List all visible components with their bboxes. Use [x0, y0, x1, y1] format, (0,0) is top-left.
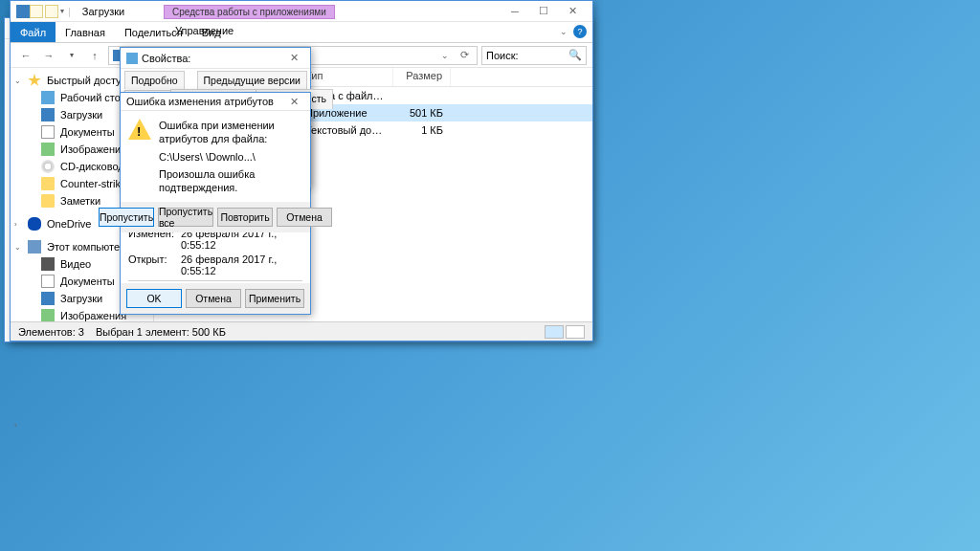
qat-button-2[interactable]	[45, 5, 58, 18]
error-close-button[interactable]: ✕	[283, 93, 304, 110]
onedrive-icon	[28, 217, 41, 231]
retry-button[interactable]: Повторить	[217, 208, 273, 227]
disc-icon	[41, 160, 55, 173]
tab-manage[interactable]: Управление	[175, 25, 234, 36]
status-item-count: Элементов: 3	[18, 326, 84, 338]
down-icon	[41, 292, 55, 305]
nav-forward-button[interactable]: →	[39, 46, 58, 65]
tab-file[interactable]: Файл	[11, 22, 56, 42]
close-button[interactable]: ✕	[558, 2, 587, 21]
column-type[interactable]: Тип	[298, 68, 393, 86]
nav-up-button[interactable]: ↑	[85, 46, 104, 65]
error-title: Ошибка изменения атрибутов	[126, 96, 274, 107]
doc-icon	[41, 125, 55, 139]
properties-icon	[126, 53, 138, 64]
star-icon	[28, 74, 41, 87]
error-cancel-button[interactable]: Отмена	[277, 208, 332, 227]
cancel-button[interactable]: Отмена	[186, 289, 241, 308]
search-input[interactable]: Поиск: 🔍	[481, 46, 587, 65]
breadcrumb-dropdown-icon[interactable]: ⌄	[436, 51, 454, 60]
doc-icon	[41, 275, 55, 288]
error-dialog: Ошибка изменения атрибутов ✕ Ошибка при …	[120, 92, 311, 187]
ribbon-tabs: Файл Главная Поделиться Вид Управление ⌄…	[11, 22, 592, 43]
properties-close-button[interactable]: ✕	[283, 50, 304, 67]
nav-back-button[interactable]: ←	[16, 46, 35, 65]
contextual-tab-group: Средства работы с приложениями	[164, 5, 335, 19]
skip-button[interactable]: Пропустить	[99, 208, 154, 227]
qat-button-1[interactable]	[30, 5, 43, 18]
ok-button[interactable]: OK	[126, 289, 182, 308]
column-size[interactable]: Размер	[393, 68, 451, 86]
error-titlebar[interactable]: Ошибка изменения атрибутов ✕	[121, 93, 310, 111]
nav-history-button[interactable]: ▾	[62, 46, 81, 65]
img-icon	[41, 309, 55, 321]
folder-icon	[41, 177, 55, 190]
tab-home[interactable]: Главная	[56, 22, 115, 42]
view-icons-button[interactable]	[566, 325, 585, 339]
down-icon	[41, 108, 55, 121]
downloads-icon	[16, 5, 30, 18]
properties-title: Свойства:	[142, 53, 190, 64]
desktop-icon	[41, 91, 55, 104]
minimize-button[interactable]: ─	[501, 2, 529, 21]
apply-button[interactable]: Применить	[245, 289, 304, 308]
skip-all-button[interactable]: Пропустить все	[158, 208, 213, 227]
search-icon: 🔍	[568, 49, 582, 61]
props-tab-details[interactable]: Подробно	[124, 71, 185, 89]
properties-titlebar[interactable]: Свойства: ✕	[121, 48, 310, 69]
ribbon-expand-icon[interactable]: ⌄	[560, 27, 568, 36]
warning-icon	[128, 119, 151, 142]
folder-icon	[41, 194, 55, 208]
img-icon	[41, 143, 55, 156]
video-icon	[41, 257, 55, 271]
view-details-button[interactable]	[545, 325, 564, 339]
pc-icon	[28, 240, 41, 253]
props-tab-previous[interactable]: Предыдущие версии	[197, 71, 307, 89]
refresh-button[interactable]: ⟳	[456, 49, 473, 61]
maximize-button[interactable]: ☐	[529, 2, 558, 21]
status-bar: Элементов: 3 Выбран 1 элемент: 500 КБ	[11, 321, 592, 341]
status-selection: Выбран 1 элемент: 500 КБ	[96, 326, 226, 338]
help-button[interactable]: ?	[573, 25, 587, 38]
